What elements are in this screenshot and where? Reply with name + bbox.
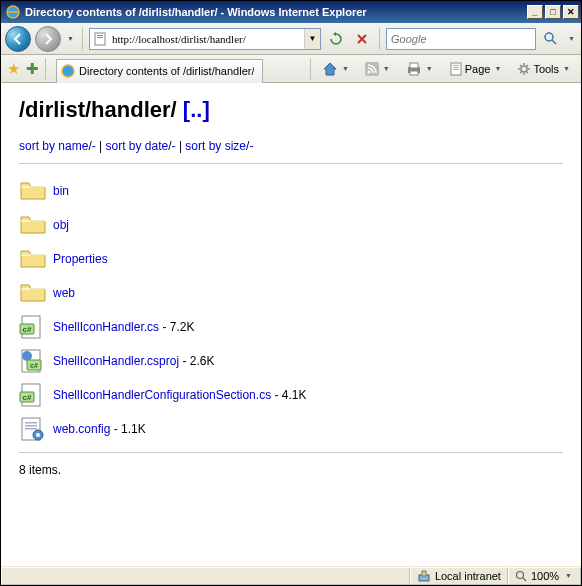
minimize-button[interactable]: _ (527, 5, 543, 19)
chevron-down-icon: ▼ (340, 65, 351, 72)
zoom-level: 100% (531, 570, 559, 582)
page-menu-button[interactable]: Page ▼ (444, 59, 509, 79)
svg-rect-2 (97, 35, 103, 36)
list-item: web (19, 276, 313, 310)
address-bar[interactable]: ▼ (89, 28, 321, 50)
list-item: web.config - 1.1K (19, 412, 313, 446)
search-dropdown[interactable]: ▼ (566, 35, 577, 42)
window-title: Directory contents of /dirlist/handler/ … (25, 6, 525, 18)
entry-link[interactable]: Properties (53, 252, 108, 266)
csproj-icon: c# (19, 344, 53, 378)
list-item: Properties (19, 242, 313, 276)
list-item: c#ShellIconHandler.csproj - 2.6K (19, 344, 313, 378)
list-item: c#ShellIconHandler.cs - 7.2K (19, 310, 313, 344)
svg-point-31 (36, 433, 40, 437)
chevron-down-icon: ▼ (561, 65, 572, 72)
favorites-center-button[interactable]: ★ (5, 60, 22, 78)
list-item: c#ShellIconHandlerConfigurationSection.c… (19, 378, 313, 412)
maximize-button[interactable]: □ (545, 5, 561, 19)
feeds-button[interactable]: ▼ (360, 59, 397, 79)
chevron-down-icon: ▼ (492, 65, 503, 72)
refresh-button[interactable] (325, 28, 347, 50)
path-text: /dirlist/handler/ (19, 97, 177, 122)
stop-button[interactable] (351, 28, 373, 50)
cs-icon: c# (19, 378, 53, 412)
svg-point-15 (521, 66, 527, 72)
search-input[interactable] (387, 33, 535, 45)
address-input[interactable] (110, 33, 304, 45)
zoom-icon (515, 570, 527, 582)
config-icon (19, 412, 53, 446)
svg-rect-9 (410, 63, 418, 68)
page-menu-label: Page (465, 63, 491, 75)
tab-title: Directory contents of /dirlist/handler/ (79, 65, 254, 77)
search-box[interactable] (386, 28, 536, 50)
nav-history-dropdown[interactable]: ▼ (65, 35, 76, 42)
print-button[interactable]: ▼ (401, 59, 440, 79)
svg-point-34 (516, 571, 523, 578)
cs-icon: c# (19, 310, 53, 344)
home-button[interactable]: ▼ (317, 58, 356, 80)
sort-by-date-link[interactable]: sort by date (106, 139, 169, 153)
item-count: 8 items. (19, 463, 563, 477)
entry-size: 1.1K (121, 422, 146, 436)
chevron-down-icon: ▼ (563, 572, 574, 579)
chevron-down-icon: ▼ (424, 65, 435, 72)
tab-toolbar: ★ ✚ Directory contents of /dirlist/handl… (1, 55, 581, 83)
divider (19, 452, 563, 453)
ie-icon (61, 64, 75, 78)
size-separator: - (159, 320, 170, 334)
folder-icon (19, 208, 53, 242)
tools-menu-button[interactable]: Tools ▼ (512, 59, 577, 79)
size-separator: - (179, 354, 190, 368)
back-button[interactable] (5, 26, 31, 52)
directory-listing: binobjPropertieswebc#ShellIconHandler.cs… (19, 174, 313, 446)
separator (379, 28, 380, 50)
entry-link[interactable]: obj (53, 218, 69, 232)
tools-menu-label: Tools (533, 63, 559, 75)
security-zone-label: Local intranet (435, 570, 501, 582)
entry-size: 2.6K (190, 354, 215, 368)
status-panel (1, 567, 410, 585)
folder-icon (19, 276, 53, 310)
chevron-down-icon: ▼ (381, 65, 392, 72)
list-item: obj (19, 208, 313, 242)
list-item: bin (19, 174, 313, 208)
address-dropdown[interactable]: ▼ (304, 29, 320, 49)
entry-link[interactable]: web (53, 286, 75, 300)
entry-link[interactable]: ShellIconHandlerConfigurationSection.cs (53, 388, 271, 402)
browser-tab[interactable]: Directory contents of /dirlist/handler/ (56, 59, 263, 83)
sort-by-size-link[interactable]: sort by size (185, 139, 246, 153)
page-title: /dirlist/handler/ [..] (19, 97, 563, 123)
entry-link[interactable]: ShellIconHandler.csproj (53, 354, 179, 368)
svg-text:c#: c# (23, 393, 32, 402)
svg-rect-33 (422, 571, 426, 576)
close-button[interactable]: ✕ (563, 5, 579, 19)
security-zone-panel: Local intranet (410, 567, 508, 585)
svg-text:c#: c# (30, 362, 38, 369)
sort-controls: sort by name/- | sort by date/- | sort b… (19, 139, 563, 153)
separator (310, 58, 311, 80)
separator (45, 58, 46, 80)
forward-button[interactable] (35, 26, 61, 52)
svg-point-4 (545, 33, 553, 41)
sort-by-name-link[interactable]: sort by name (19, 139, 88, 153)
ie-icon (5, 4, 21, 20)
size-separator: - (110, 422, 121, 436)
entry-link[interactable]: ShellIconHandler.cs (53, 320, 159, 334)
parent-dir-link[interactable]: [..] (183, 97, 210, 122)
entry-size: 7.2K (170, 320, 195, 334)
entry-link[interactable]: bin (53, 184, 69, 198)
page-icon (92, 31, 108, 47)
svg-text:c#: c# (23, 325, 32, 334)
search-button[interactable] (540, 28, 562, 50)
svg-rect-13 (453, 67, 459, 68)
svg-point-5 (62, 65, 74, 77)
zoom-panel[interactable]: 100% ▼ (508, 567, 581, 585)
entry-link[interactable]: web.config (53, 422, 110, 436)
add-favorite-button[interactable]: ✚ (24, 60, 41, 78)
svg-point-7 (367, 70, 370, 73)
svg-rect-14 (453, 69, 459, 70)
sort-size-desc-link[interactable]: - (249, 139, 253, 153)
window-titlebar: Directory contents of /dirlist/handler/ … (1, 1, 581, 23)
